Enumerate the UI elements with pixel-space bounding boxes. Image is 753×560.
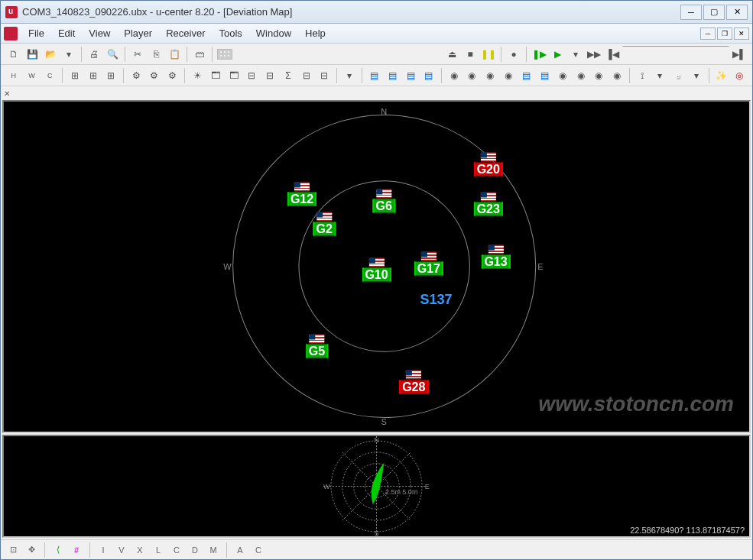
skip-prev-button[interactable]: ▐◀	[604, 46, 621, 63]
grid-button[interactable]	[216, 46, 233, 63]
gear1-button[interactable]: ⚙	[128, 67, 144, 84]
sat7-button[interactable]: ◉	[554, 67, 571, 84]
conn1-button[interactable]: ⟟	[634, 67, 651, 84]
menu-window[interactable]: Window	[250, 25, 297, 41]
foot-icon-2[interactable]: ✥	[24, 542, 39, 558]
menu-receiver[interactable]: Receiver	[160, 25, 211, 41]
cut-button[interactable]: ✂	[129, 46, 146, 63]
step-button[interactable]: ❚▶	[531, 46, 547, 63]
footer-item-4[interactable]: C	[169, 542, 184, 558]
save-button[interactable]: 💾	[24, 46, 41, 63]
satellite-S137[interactable]: S137	[418, 292, 453, 308]
gear3-button[interactable]: ⚙	[164, 67, 181, 84]
menu-tools[interactable]: Tools	[213, 25, 248, 41]
satellite-G17[interactable]: G17	[414, 251, 443, 275]
menu-edit[interactable]: Edit	[52, 25, 81, 41]
chart4-button[interactable]: ▤	[420, 67, 437, 84]
foot-icon-4[interactable]: #	[69, 542, 84, 558]
baud-dropdown-icon[interactable]: ▾	[688, 67, 705, 84]
baud-button[interactable]: ⟓	[670, 67, 686, 84]
open-button[interactable]: 📂	[42, 46, 59, 63]
chart2-button[interactable]: ▤	[385, 67, 401, 84]
config3-button[interactable]: ⊞	[103, 67, 120, 84]
close-button[interactable]: ✕	[726, 5, 748, 20]
target-button[interactable]: ◎	[731, 67, 748, 84]
sky-view-panel[interactable]: N S E W G20G12G6G23G2G13G17G10S137G5G28 …	[2, 100, 751, 433]
sat1-button[interactable]: ◉	[446, 67, 463, 84]
new-button[interactable]: 🗋	[5, 46, 22, 63]
cold-button[interactable]: C	[41, 67, 58, 84]
progress-track[interactable]	[622, 46, 729, 63]
warm-button[interactable]: W	[24, 67, 41, 84]
skip-next-button[interactable]: ▶▌	[731, 46, 748, 63]
foot-icon-3[interactable]: ⟨	[50, 542, 66, 558]
preview-button[interactable]: 🔍	[104, 46, 121, 63]
deviation-view-panel[interactable]: N S E W 2.5m 5.0m 22.58678490? 113.87187…	[2, 435, 751, 538]
view6-button[interactable]: Σ	[280, 67, 297, 84]
paste-button[interactable]: 📋	[166, 46, 183, 63]
minimize-button[interactable]: ─	[680, 5, 702, 20]
config1-button[interactable]: ⊞	[67, 67, 83, 84]
gear2-button[interactable]: ⚙	[146, 67, 163, 84]
footer-item-5[interactable]: D	[187, 542, 203, 558]
panel-close-button[interactable]: ✕	[2, 88, 15, 99]
footer-item-1[interactable]: V	[114, 542, 129, 558]
menu-help[interactable]: Help	[299, 25, 332, 41]
menu-player[interactable]: Player	[118, 25, 158, 41]
view2-button[interactable]: 🗔	[207, 67, 224, 84]
dropdown-icon[interactable]: ▾	[60, 46, 77, 63]
foot-icon-1[interactable]: ⊡	[5, 542, 21, 558]
footer-item-3[interactable]: L	[151, 542, 166, 558]
conn-dropdown-icon[interactable]: ▾	[652, 67, 669, 84]
satellite-G12[interactable]: G12	[287, 182, 316, 206]
view8-button[interactable]: ⊟	[316, 67, 333, 84]
menu-file[interactable]: File	[22, 25, 50, 41]
satellite-G6[interactable]: G6	[373, 189, 395, 212]
satellite-G5[interactable]: G5	[306, 334, 328, 358]
config2-button[interactable]: ⊞	[85, 67, 102, 84]
chart3-button[interactable]: ▤	[402, 67, 419, 84]
mdi-restore-button[interactable]: ❐	[717, 28, 732, 40]
satellite-G20[interactable]: G20	[474, 153, 503, 176]
footer-item-2[interactable]: X	[132, 542, 148, 558]
view3-button[interactable]: 🗔	[226, 67, 242, 84]
view5-button[interactable]: ⊟	[261, 67, 278, 84]
mdi-minimize-button[interactable]: ─	[700, 28, 716, 40]
view4-button[interactable]: ⊟	[244, 67, 261, 84]
view7-button[interactable]: ⊟	[298, 67, 315, 84]
footer-item-7[interactable]: A	[232, 542, 248, 558]
view9-button[interactable]: ▾	[341, 67, 358, 84]
sat2-button[interactable]: ◉	[463, 67, 480, 84]
fastfwd-button[interactable]: ▶▶	[586, 46, 602, 63]
menu-view[interactable]: View	[83, 25, 116, 41]
footer-item-6[interactable]: M	[206, 542, 221, 558]
hot-button[interactable]: H	[5, 67, 22, 84]
sat6-button[interactable]: ▤	[536, 67, 553, 84]
sat8-button[interactable]: ◉	[573, 67, 589, 84]
satellite-G13[interactable]: G13	[481, 245, 510, 269]
mdi-close-button[interactable]: ✕	[734, 28, 749, 40]
pause-button[interactable]: ❚❚	[480, 46, 497, 63]
satellite-G28[interactable]: G28	[399, 371, 428, 394]
eject-button[interactable]: ⏏	[443, 46, 460, 63]
satellite-G2[interactable]: G2	[313, 212, 336, 235]
sat5-button[interactable]: ▤	[518, 67, 535, 84]
wand-button[interactable]: ✨	[713, 67, 730, 84]
footer-item-0[interactable]: I	[96, 542, 111, 558]
sat3-button[interactable]: ◉	[482, 67, 498, 84]
stop-button[interactable]: ■	[462, 46, 479, 63]
maximize-button[interactable]: ▢	[703, 5, 725, 20]
sat9-button[interactable]: ◉	[590, 67, 607, 84]
play-dropdown-icon[interactable]: ▾	[567, 46, 584, 63]
sat4-button[interactable]: ◉	[500, 67, 517, 84]
satellite-G23[interactable]: G23	[474, 192, 503, 215]
record-button[interactable]: ●	[505, 46, 522, 63]
sat10-button[interactable]: ◉	[609, 67, 625, 84]
view1-button[interactable]: ☀	[189, 67, 206, 84]
database-button[interactable]: 🗃	[191, 46, 208, 63]
satellite-G10[interactable]: G10	[362, 258, 391, 282]
play-button[interactable]: ▶	[549, 46, 566, 63]
copy-button[interactable]: ⎘	[148, 46, 164, 63]
footer-item-8[interactable]: C	[251, 542, 266, 558]
chart1-button[interactable]: ▤	[366, 67, 383, 84]
